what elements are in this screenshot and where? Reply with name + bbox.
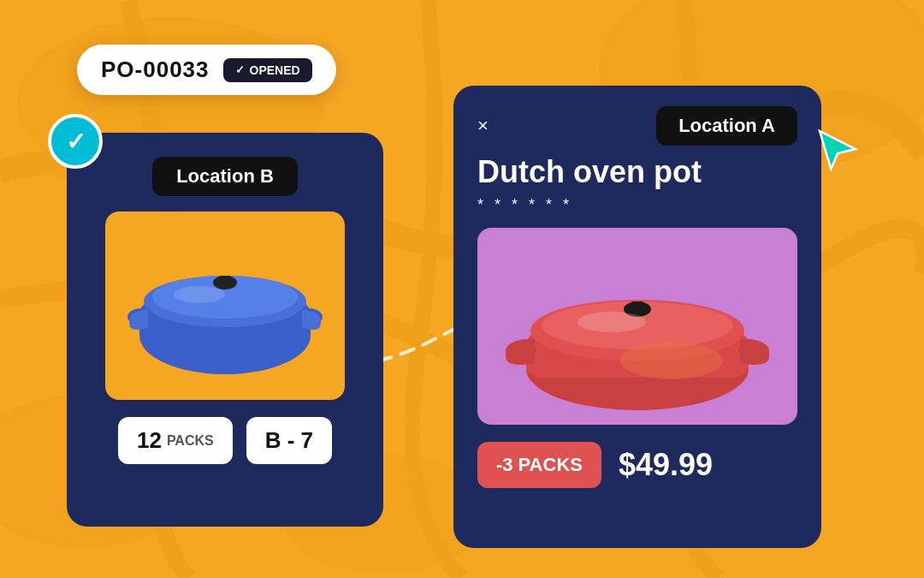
svg-point-22 [506,341,536,361]
cursor-arrow-icon [815,127,860,171]
card-a-header: × Location A [477,106,797,146]
location-a-badge: Location A [656,106,797,146]
star-rating: * * * * * * [477,196,797,214]
svg-point-15 [174,286,225,303]
location-b-badge: Location B [152,157,298,196]
card-location-a: × Location A Dutch oven pot * * * * * * [453,86,821,548]
check-circle: ✓ [48,114,103,169]
po-header: PO-00033 ✓ OPENED [77,45,336,95]
product-image-a [477,228,797,425]
negative-packs-pill: -3 PACKS [477,442,601,488]
svg-rect-21 [630,301,645,315]
status-check-icon: ✓ [235,63,245,76]
close-button[interactable]: × [477,116,489,135]
packs-pill-b: 12 PACKS [118,417,233,464]
packs-label-a: PACKS [518,454,583,476]
svg-point-24 [578,312,646,332]
product-image-b [105,212,345,400]
svg-marker-26 [820,131,856,169]
packs-count-b: 12 [137,427,162,454]
po-number: PO-00033 [101,57,210,83]
packs-label-b: PACKS [167,433,214,449]
status-label: OPENED [250,63,300,77]
svg-point-25 [620,342,723,379]
price: $49.99 [619,447,713,483]
po-status-badge: ✓ OPENED [223,58,312,82]
svg-point-23 [738,341,769,361]
product-title: Dutch oven pot [477,154,797,189]
packs-delta: -3 [496,454,513,476]
card-location-b: ✓ Location B 12 PACKS [67,133,383,527]
card-b-info: 12 PACKS B - 7 [87,417,363,464]
slot-pill: B - 7 [246,417,332,464]
card-a-info: -3 PACKS $49.99 [477,442,797,488]
svg-rect-12 [218,276,232,288]
check-icon: ✓ [66,128,86,156]
slot-label: B - 7 [265,427,313,454]
